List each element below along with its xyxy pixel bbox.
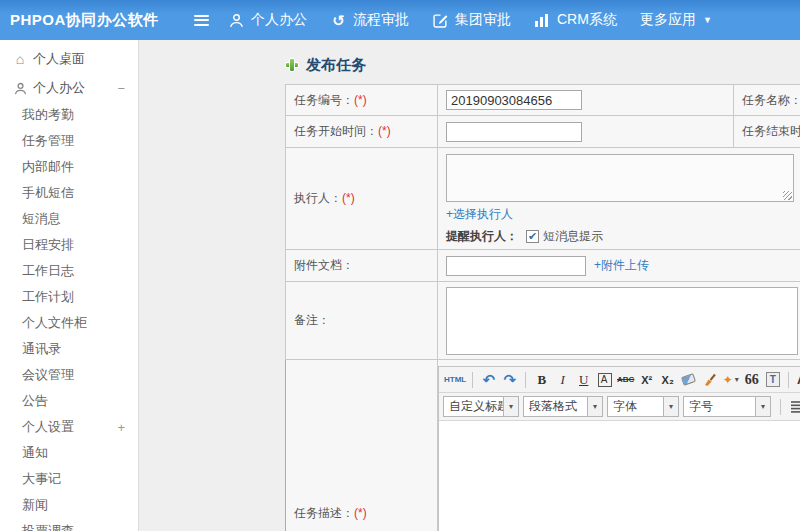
auto-typeset-icon[interactable]: ✦▾ (721, 370, 740, 390)
font-color-button[interactable]: A▾ (795, 370, 800, 390)
sidebar-item-label: 大事记 (22, 470, 61, 488)
sidebar-item-label: 个人设置 (22, 418, 74, 436)
editor-content-area[interactable] (439, 421, 800, 531)
choose-executor-link[interactable]: +选择执行人 (446, 207, 513, 221)
editor-toolbar-row-2: 自定义标题▾ 段落格式▾ 字体▾ 字号▾ (439, 393, 800, 421)
task-no-input[interactable] (446, 90, 582, 110)
paste-as-text-icon[interactable]: T (763, 370, 782, 390)
attachment-input[interactable] (446, 256, 586, 276)
app-title: PHPOA协同办公软件 (0, 11, 186, 30)
sidebar-item-label: 通知 (22, 444, 48, 462)
hamburger-menu-button[interactable] (186, 0, 216, 40)
paragraph-format-select[interactable]: 段落格式▾ (523, 396, 603, 417)
task-no-label: 任务编号： (294, 93, 354, 107)
sidebar-item-task-management[interactable]: 任务管理 (0, 128, 138, 154)
sidebar-item-label: 工作日志 (22, 262, 74, 280)
sidebar-item-label: 通讯录 (22, 340, 61, 358)
sidebar-item-personal-settings[interactable]: 个人设置 + (0, 414, 138, 440)
format-brush-icon[interactable] (700, 370, 719, 390)
executor-textarea[interactable] (446, 154, 794, 202)
nav-item-more-apps[interactable]: 更多应用 ▼ (640, 11, 712, 29)
resize-grip-icon[interactable] (783, 191, 792, 200)
sidebar-item-contacts[interactable]: 通讯录 (0, 336, 138, 362)
required-mark: (*) (342, 191, 355, 205)
collapse-icon[interactable]: − (117, 81, 125, 96)
sidebar-item-schedule[interactable]: 日程安排 (0, 232, 138, 258)
nav-item-personal-office[interactable]: 个人办公 (228, 11, 307, 29)
caret-down-icon: ▾ (503, 397, 518, 416)
expand-icon[interactable]: + (117, 420, 125, 435)
description-label: 任务描述： (294, 506, 354, 520)
sidebar: ⌂ 个人桌面 个人办公 − 我的考勤 任务管理 内部邮件 手机短信 短消息 日程… (0, 40, 139, 531)
sidebar-item-notice[interactable]: 通知 (0, 440, 138, 466)
remind-executor-label: 提醒执行人： (446, 228, 518, 245)
sidebar-item-label: 工作计划 (22, 288, 74, 306)
sidebar-item-announcement[interactable]: 公告 (0, 388, 138, 414)
underline-button[interactable]: U (574, 370, 593, 390)
app-window: PHPOA协同办公软件 个人办公 ↺ 流程审批 (0, 0, 800, 531)
sidebar-item-label: 短消息 (22, 210, 61, 228)
blockquote-button[interactable]: 66 (742, 370, 761, 390)
sidebar-item-personal-desktop[interactable]: ⌂ 个人桌面 (0, 44, 138, 74)
nav-item-label: 流程审批 (353, 11, 409, 29)
sidebar-item-internal-mail[interactable]: 内部邮件 (0, 154, 138, 180)
italic-button[interactable]: I (553, 370, 572, 390)
top-header: PHPOA协同办公软件 个人办公 ↺ 流程审批 (0, 0, 800, 40)
remark-label: 备注： (294, 313, 330, 327)
sidebar-item-mobile-sms[interactable]: 手机短信 (0, 180, 138, 206)
sidebar-item-work-log[interactable]: 工作日志 (0, 258, 138, 284)
start-time-input[interactable] (446, 122, 582, 142)
user-icon (228, 12, 245, 29)
nav-item-label: 个人办公 (251, 11, 307, 29)
task-name-label-cell: 任务名称：(*) (734, 85, 800, 116)
attachment-upload-link[interactable]: +附件上传 (594, 257, 649, 274)
font-size-select[interactable]: 字号▾ (683, 396, 771, 417)
sidebar-item-personal-office[interactable]: 个人办公 − (0, 74, 138, 102)
font-family-select[interactable]: 字体▾ (607, 396, 679, 417)
strikethrough-button[interactable]: ABC (616, 370, 635, 390)
sidebar-item-label: 新闻 (22, 496, 48, 514)
required-mark: (*) (378, 124, 391, 138)
sidebar-item-label: 内部邮件 (22, 158, 74, 176)
caret-down-icon: ▾ (663, 397, 678, 416)
sms-remind-checkbox[interactable]: ✔ (526, 230, 539, 243)
caret-down-icon: ▾ (755, 397, 770, 416)
sidebar-item-my-attendance[interactable]: 我的考勤 (0, 102, 138, 128)
caret-down-icon: ▼ (703, 15, 712, 25)
nav-item-workflow-approval[interactable]: ↺ 流程审批 (330, 11, 409, 29)
align-left-icon[interactable] (787, 397, 800, 417)
redo-icon[interactable]: ↷ (500, 370, 519, 390)
sidebar-item-personal-file-cabinet[interactable]: 个人文件柜 (0, 310, 138, 336)
description-label-cell: 任务描述：(*) (286, 360, 438, 531)
sidebar-item-label: 个人桌面 (33, 50, 85, 68)
sidebar-item-news[interactable]: 新闻 (0, 492, 138, 518)
sidebar-item-milestones[interactable]: 大事记 (0, 466, 138, 492)
task-name-label: 任务名称： (742, 93, 800, 107)
sidebar-item-label: 投票调查 (22, 522, 74, 531)
sidebar-item-short-message[interactable]: 短消息 (0, 206, 138, 232)
sidebar-item-work-plan[interactable]: 工作计划 (0, 284, 138, 310)
nav-item-label: CRM系统 (557, 11, 617, 29)
required-mark: (*) (354, 506, 367, 520)
remark-textarea[interactable] (446, 287, 798, 355)
bold-button[interactable]: B (532, 370, 551, 390)
start-time-label: 任务开始时间： (294, 124, 378, 138)
custom-heading-select[interactable]: 自定义标题▾ (443, 396, 519, 417)
nav-item-label: 集团审批 (455, 11, 511, 29)
sidebar-item-label: 个人文件柜 (22, 314, 87, 332)
bar-chart-icon (534, 12, 551, 29)
user-icon (12, 82, 28, 95)
end-time-label-cell: 任务结束时间：(*) (734, 116, 800, 148)
superscript-button[interactable]: X² (637, 370, 656, 390)
sidebar-item-vote-survey[interactable]: 投票调查 (0, 518, 138, 531)
rich-text-editor: HTML ↶ ↷ B I U A ABC (438, 366, 800, 531)
subscript-button[interactable]: X₂ (658, 370, 677, 390)
undo-icon[interactable]: ↶ (479, 370, 498, 390)
sidebar-item-meeting-management[interactable]: 会议管理 (0, 362, 138, 388)
source-code-button[interactable]: HTML (444, 370, 466, 390)
nav-item-group-approval[interactable]: 集团审批 (432, 11, 511, 29)
nav-item-crm-system[interactable]: CRM系统 (534, 11, 617, 29)
eraser-icon[interactable] (679, 370, 698, 390)
font-border-button[interactable]: A (598, 373, 612, 387)
sidebar-item-label: 会议管理 (22, 366, 74, 384)
